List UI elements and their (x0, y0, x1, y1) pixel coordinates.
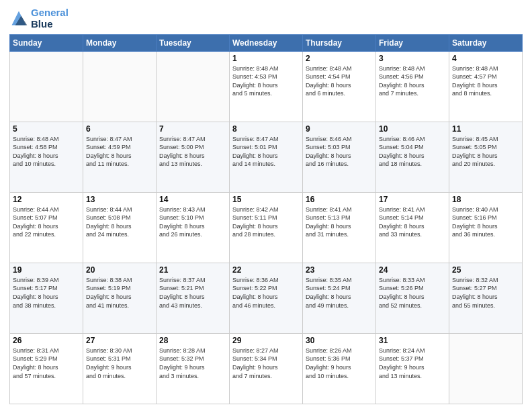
day-info: Sunrise: 8:47 AM Sunset: 4:59 PM Dayligh… (86, 135, 153, 169)
day-number: 29 (232, 336, 300, 345)
calendar-day-31: 31Sunrise: 8:24 AM Sunset: 5:37 PM Dayli… (376, 333, 449, 404)
day-number: 10 (379, 124, 446, 134)
calendar-day-24: 24Sunrise: 8:33 AM Sunset: 5:26 PM Dayli… (376, 263, 449, 333)
day-number: 8 (232, 124, 300, 134)
calendar-day-21: 21Sunrise: 8:37 AM Sunset: 5:21 PM Dayli… (157, 263, 230, 333)
day-info: Sunrise: 8:40 AM Sunset: 5:16 PM Dayligh… (452, 205, 519, 239)
calendar-day-6: 6Sunrise: 8:47 AM Sunset: 4:59 PM Daylig… (83, 122, 157, 192)
calendar-day-9: 9Sunrise: 8:46 AM Sunset: 5:03 PM Daylig… (303, 122, 376, 192)
day-info: Sunrise: 8:41 AM Sunset: 5:13 PM Dayligh… (306, 205, 373, 239)
day-number: 31 (379, 336, 446, 345)
calendar-day-14: 14Sunrise: 8:43 AM Sunset: 5:10 PM Dayli… (157, 192, 230, 263)
day-info: Sunrise: 8:48 AM Sunset: 4:54 PM Dayligh… (306, 64, 373, 98)
day-info: Sunrise: 8:44 AM Sunset: 5:07 PM Dayligh… (13, 205, 80, 239)
calendar-day-18: 18Sunrise: 8:40 AM Sunset: 5:16 PM Dayli… (449, 192, 523, 263)
calendar-day-10: 10Sunrise: 8:46 AM Sunset: 5:04 PM Dayli… (376, 122, 449, 192)
day-number: 21 (159, 265, 226, 275)
day-info: Sunrise: 8:27 AM Sunset: 5:34 PM Dayligh… (232, 347, 300, 380)
day-info: Sunrise: 8:44 AM Sunset: 5:08 PM Dayligh… (86, 205, 153, 239)
day-info: Sunrise: 8:38 AM Sunset: 5:19 PM Dayligh… (86, 276, 153, 310)
calendar-day-13: 13Sunrise: 8:44 AM Sunset: 5:08 PM Dayli… (83, 192, 157, 263)
day-number: 9 (306, 124, 373, 134)
day-info: Sunrise: 8:30 AM Sunset: 5:31 PM Dayligh… (86, 347, 153, 380)
day-info: Sunrise: 8:47 AM Sunset: 5:01 PM Dayligh… (232, 135, 300, 169)
day-number: 24 (379, 265, 446, 275)
day-number: 19 (13, 265, 80, 275)
day-info: Sunrise: 8:24 AM Sunset: 5:37 PM Dayligh… (379, 347, 446, 380)
day-info: Sunrise: 8:48 AM Sunset: 4:58 PM Dayligh… (13, 135, 80, 169)
calendar-day-28: 28Sunrise: 8:28 AM Sunset: 5:32 PM Dayli… (157, 333, 230, 404)
calendar-day-4: 4Sunrise: 8:48 AM Sunset: 4:57 PM Daylig… (449, 51, 523, 122)
calendar-day-20: 20Sunrise: 8:38 AM Sunset: 5:19 PM Dayli… (83, 263, 157, 333)
page: General Blue SundayMondayTuesdayWednesda… (0, 0, 532, 411)
calendar-day-25: 25Sunrise: 8:32 AM Sunset: 5:27 PM Dayli… (449, 263, 523, 333)
day-number: 28 (159, 336, 226, 345)
calendar-day-15: 15Sunrise: 8:42 AM Sunset: 5:11 PM Dayli… (230, 192, 303, 263)
day-number: 4 (452, 54, 519, 63)
calendar-day-27: 27Sunrise: 8:30 AM Sunset: 5:31 PM Dayli… (83, 333, 157, 404)
header-day-thursday: Thursday (303, 34, 376, 51)
calendar-day-3: 3Sunrise: 8:48 AM Sunset: 4:56 PM Daylig… (376, 51, 449, 122)
day-info: Sunrise: 8:43 AM Sunset: 5:10 PM Dayligh… (159, 205, 226, 239)
calendar-day-29: 29Sunrise: 8:27 AM Sunset: 5:34 PM Dayli… (230, 333, 303, 404)
calendar-day-5: 5Sunrise: 8:48 AM Sunset: 4:58 PM Daylig… (10, 122, 83, 192)
logo-text: General Blue (31, 7, 69, 30)
calendar-week-row: 1Sunrise: 8:48 AM Sunset: 4:53 PM Daylig… (10, 51, 523, 122)
calendar-day-12: 12Sunrise: 8:44 AM Sunset: 5:07 PM Dayli… (10, 192, 83, 263)
day-number: 13 (86, 195, 153, 204)
calendar-day-2: 2Sunrise: 8:48 AM Sunset: 4:54 PM Daylig… (303, 51, 376, 122)
day-info: Sunrise: 8:36 AM Sunset: 5:22 PM Dayligh… (232, 276, 300, 310)
calendar-day-22: 22Sunrise: 8:36 AM Sunset: 5:22 PM Dayli… (230, 263, 303, 333)
calendar-day-16: 16Sunrise: 8:41 AM Sunset: 5:13 PM Dayli… (303, 192, 376, 263)
calendar-week-row: 26Sunrise: 8:31 AM Sunset: 5:29 PM Dayli… (10, 333, 523, 404)
calendar-body: 1Sunrise: 8:48 AM Sunset: 4:53 PM Daylig… (10, 51, 523, 404)
day-info: Sunrise: 8:31 AM Sunset: 5:29 PM Dayligh… (13, 347, 80, 380)
header-day-sunday: Sunday (10, 34, 83, 51)
day-number: 12 (13, 195, 80, 204)
calendar-day-empty (83, 51, 157, 122)
calendar-day-26: 26Sunrise: 8:31 AM Sunset: 5:29 PM Dayli… (10, 333, 83, 404)
header-day-tuesday: Tuesday (157, 34, 230, 51)
day-number: 27 (86, 336, 153, 345)
day-number: 2 (306, 54, 373, 63)
day-info: Sunrise: 8:46 AM Sunset: 5:04 PM Dayligh… (379, 135, 446, 169)
day-number: 30 (306, 336, 373, 345)
day-number: 14 (159, 195, 226, 204)
calendar-day-19: 19Sunrise: 8:39 AM Sunset: 5:17 PM Dayli… (10, 263, 83, 333)
calendar-day-empty (449, 333, 523, 404)
header-day-monday: Monday (83, 34, 157, 51)
calendar-week-row: 5Sunrise: 8:48 AM Sunset: 4:58 PM Daylig… (10, 122, 523, 192)
day-number: 20 (86, 265, 153, 275)
header: General Blue (9, 7, 523, 30)
day-info: Sunrise: 8:42 AM Sunset: 5:11 PM Dayligh… (232, 205, 300, 239)
day-info: Sunrise: 8:33 AM Sunset: 5:26 PM Dayligh… (379, 276, 446, 310)
day-number: 16 (306, 195, 373, 204)
day-info: Sunrise: 8:47 AM Sunset: 5:00 PM Dayligh… (159, 135, 226, 169)
day-number: 6 (86, 124, 153, 134)
calendar-day-17: 17Sunrise: 8:41 AM Sunset: 5:14 PM Dayli… (376, 192, 449, 263)
day-number: 1 (232, 54, 300, 63)
day-number: 17 (379, 195, 446, 204)
day-number: 7 (159, 124, 226, 134)
day-info: Sunrise: 8:28 AM Sunset: 5:32 PM Dayligh… (159, 347, 226, 380)
day-number: 18 (452, 195, 519, 204)
day-info: Sunrise: 8:41 AM Sunset: 5:14 PM Dayligh… (379, 205, 446, 239)
logo: General Blue (9, 7, 69, 30)
day-number: 11 (452, 124, 519, 134)
day-number: 22 (232, 265, 300, 275)
day-number: 26 (13, 336, 80, 345)
day-info: Sunrise: 8:46 AM Sunset: 5:03 PM Dayligh… (306, 135, 373, 169)
day-info: Sunrise: 8:45 AM Sunset: 5:05 PM Dayligh… (452, 135, 519, 169)
header-day-friday: Friday (376, 34, 449, 51)
calendar-week-row: 12Sunrise: 8:44 AM Sunset: 5:07 PM Dayli… (10, 192, 523, 263)
day-number: 23 (306, 265, 373, 275)
calendar-day-empty (10, 51, 83, 122)
calendar-day-11: 11Sunrise: 8:45 AM Sunset: 5:05 PM Dayli… (449, 122, 523, 192)
day-info: Sunrise: 8:48 AM Sunset: 4:53 PM Dayligh… (232, 64, 300, 98)
calendar-header-row: SundayMondayTuesdayWednesdayThursdayFrid… (10, 34, 523, 51)
day-info: Sunrise: 8:32 AM Sunset: 5:27 PM Dayligh… (452, 276, 519, 310)
day-info: Sunrise: 8:37 AM Sunset: 5:21 PM Dayligh… (159, 276, 226, 310)
calendar-week-row: 19Sunrise: 8:39 AM Sunset: 5:17 PM Dayli… (10, 263, 523, 333)
day-info: Sunrise: 8:39 AM Sunset: 5:17 PM Dayligh… (13, 276, 80, 310)
calendar-day-7: 7Sunrise: 8:47 AM Sunset: 5:00 PM Daylig… (157, 122, 230, 192)
